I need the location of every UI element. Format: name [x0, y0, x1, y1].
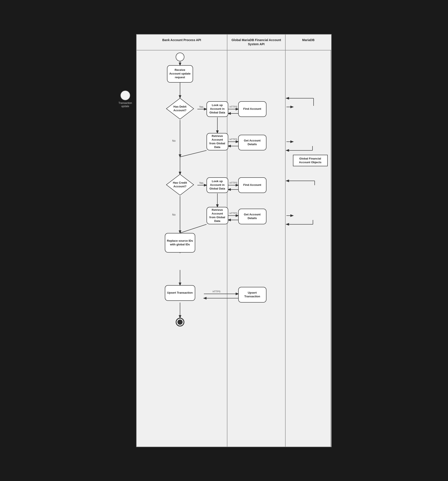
diamond-debit: Has Debit Account? — [166, 98, 194, 120]
get-debit-node: Get Account Details — [238, 135, 266, 150]
left-actor: Transaction update — [117, 91, 134, 108]
lookup-debit-node: Look up Account in Global Data — [206, 101, 228, 117]
find-credit-node: Find Account — [238, 177, 266, 193]
main-diagram: Bank Account Process API Global MariaDB … — [136, 34, 332, 447]
diamond-debit-label: Has Debit Account? — [166, 104, 194, 113]
lane1-header: Bank Account Process API — [137, 35, 227, 50]
lane-3 — [286, 50, 331, 447]
upsert-remote-node: Upsert Transaction — [238, 287, 266, 302]
actor-label: Transaction update — [117, 102, 134, 108]
receive-node: Receive Account update request — [167, 65, 193, 83]
find-debit-node: Find Account — [238, 101, 266, 117]
retrieve-credit-node: Retrieve Account from Global Data — [206, 207, 228, 224]
global-objects-annotation: Global Financial Account Objects — [293, 155, 328, 166]
get-credit-node: Get Account Details — [238, 209, 266, 224]
replace-node: Replace source IDs with global IDs — [165, 233, 195, 253]
retrieve-debit-node: Retrieve Account from Global Data — [206, 133, 228, 150]
diamond-credit-label: Has Credit Account? — [166, 180, 194, 189]
lane3-header: MariaDB — [286, 35, 331, 50]
end-node — [176, 318, 184, 326]
diagram-wrapper: Transaction update Bank Account Process … — [112, 25, 336, 456]
lane2-header: Global MariaDB Financial Account System … — [227, 35, 286, 50]
diamond-credit: Has Credit Account? — [166, 174, 194, 195]
swimlane-headers: Bank Account Process API Global MariaDB … — [137, 35, 331, 50]
swimlane-body: Yes No HTTPS HTTPS — [137, 50, 331, 447]
upsert-local-node: Upsert Transaction — [165, 285, 195, 301]
lookup-credit-node: Look up Account in Global Data — [206, 177, 228, 193]
start-node — [176, 53, 184, 61]
actor-circle — [121, 91, 130, 100]
